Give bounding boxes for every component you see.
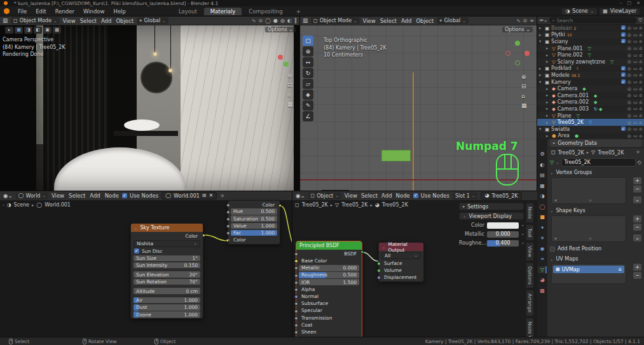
render-camera-icon[interactable]: ⌂ bbox=[619, 267, 622, 272]
properties-tab[interactable]: ◑ bbox=[538, 193, 547, 200]
hide-viewport-eye-icon[interactable]: ◎ bbox=[627, 32, 631, 37]
disable-viewport-icon[interactable]: ▭ bbox=[633, 59, 638, 64]
transform-orientation-dropdown[interactable]: ⌖Global⌄ bbox=[137, 17, 168, 24]
mode-dropdown[interactable]: ◻Object Mode⌄ bbox=[311, 17, 360, 24]
hide-viewport-eye-icon[interactable]: ◎ bbox=[627, 86, 631, 91]
sky-node-header[interactable]: ⌄Sky Texture bbox=[131, 224, 203, 232]
disable-render-icon[interactable]: ⌂ bbox=[640, 39, 642, 44]
disable-viewport-icon[interactable]: ▭ bbox=[633, 86, 638, 91]
viewport-menu-item[interactable]: View bbox=[363, 18, 376, 24]
metallic-value[interactable]: 0.000 bbox=[487, 231, 519, 238]
sidebar-tab[interactable]: Tool bbox=[526, 224, 534, 241]
disable-render-icon[interactable]: ⌂ bbox=[640, 106, 642, 111]
expand-arrow-icon[interactable]: ▸ bbox=[546, 46, 550, 51]
viewport-menu-item[interactable]: Select bbox=[80, 18, 97, 24]
disable-viewport-icon[interactable]: ▭ bbox=[633, 113, 638, 118]
hide-viewport-eye-icon[interactable]: ◎ bbox=[627, 46, 631, 51]
outliner-row[interactable]: ▾ ▣ Kamery ✓ ◎ ▭ ⌂ bbox=[537, 79, 644, 86]
viewport-menu-item[interactable]: Object bbox=[416, 18, 434, 24]
outliner-row[interactable]: ▾ ▣ Ściany ✓ ◎ ▭ ⌂ bbox=[537, 38, 644, 45]
add-rest-position-checkbox[interactable]: ✓ bbox=[550, 247, 555, 252]
node-field[interactable]: IOR1.500 bbox=[299, 279, 359, 285]
camera-view-icon[interactable]: ⌂ bbox=[287, 91, 293, 98]
viewport-menu-item[interactable]: Add bbox=[401, 18, 411, 24]
blender-menu-icon[interactable] bbox=[4, 8, 10, 14]
disable-render-icon[interactable]: ⌂ bbox=[640, 46, 642, 51]
breadcrumb-object[interactable]: Tree05_2K bbox=[558, 150, 584, 156]
vertex-group-specials-button[interactable]: ⌄ bbox=[633, 196, 641, 203]
disable-render-icon[interactable]: ⌂ bbox=[640, 86, 642, 91]
expand-arrow-icon[interactable]: ▸ bbox=[546, 86, 550, 91]
menu-item[interactable]: Render bbox=[51, 8, 79, 15]
color-input-socket[interactable]: Color bbox=[231, 237, 277, 243]
viewport-display-panel-header[interactable]: ⌄Viewport Display bbox=[459, 212, 524, 220]
shape-keys-list[interactable]: ▪≡ bbox=[551, 215, 626, 242]
node-field[interactable]: Sun Elevation20° bbox=[134, 271, 200, 278]
disable-render-icon[interactable]: ⌂ bbox=[640, 120, 642, 125]
zoom-icon[interactable]: ⊕ bbox=[287, 72, 293, 79]
collection-checkbox[interactable]: ✓ bbox=[621, 25, 626, 30]
add-uv-map-button[interactable]: + bbox=[633, 264, 641, 271]
expand-arrow-icon[interactable]: ▸ bbox=[546, 53, 550, 58]
outliner-row[interactable]: ▸ ▣ Boolean 2 ✓ ◎ ▭ ⌂ bbox=[537, 25, 644, 32]
close-icon[interactable]: ✕ bbox=[636, 1, 640, 6]
disable-viewport-icon[interactable]: ▭ bbox=[633, 126, 638, 132]
disable-viewport-icon[interactable]: ▭ bbox=[633, 100, 638, 105]
tool-button[interactable]: ↻ bbox=[303, 68, 313, 78]
tool-button[interactable]: ∠ bbox=[303, 111, 313, 121]
menu-item[interactable]: Help bbox=[109, 8, 130, 15]
menu-item[interactable]: Window bbox=[79, 8, 109, 15]
properties-tab[interactable]: ▦ bbox=[538, 182, 547, 189]
outliner-row[interactable]: ▸ ◆ Camera.001 ◆ ◎ ▭ ⌂ bbox=[537, 92, 644, 99]
disable-viewport-icon[interactable]: ▭ bbox=[633, 93, 638, 98]
sidebar-tab[interactable]: View bbox=[526, 242, 534, 261]
properties-tab[interactable]: ⚙ bbox=[538, 151, 547, 158]
disable-viewport-icon[interactable]: ▭ bbox=[633, 72, 638, 78]
toggle-icon[interactable]: ▩ bbox=[53, 27, 61, 34]
maximize-icon[interactable]: □ bbox=[627, 1, 632, 6]
node-field[interactable]: Sun Intensity0.150 bbox=[134, 262, 200, 269]
node-field[interactable]: Transmission bbox=[299, 315, 359, 321]
roughness-value[interactable]: 0.400 bbox=[487, 240, 519, 247]
collection-checkbox[interactable]: ✓ bbox=[621, 72, 626, 77]
workspace-tab[interactable]: + bbox=[290, 8, 307, 15]
grid-toggle-icon[interactable]: ▦ bbox=[287, 101, 293, 107]
xray-icon[interactable]: ‖ bbox=[294, 18, 297, 24]
disable-render-icon[interactable]: ⌂ bbox=[640, 72, 642, 78]
properties-tab[interactable]: ◉ bbox=[538, 245, 547, 252]
node-field[interactable]: Sun Size1° bbox=[134, 255, 200, 262]
bsdf-out-dot[interactable] bbox=[360, 250, 364, 254]
sidebar-tab[interactable]: Options bbox=[526, 262, 534, 288]
workspace-tab[interactable]: Layout bbox=[172, 8, 203, 15]
principled-bsdf-node[interactable]: Principled BSDF BSDF Base ColorMetallic0… bbox=[296, 241, 362, 337]
outliner-row[interactable]: ▸ ▣ Płytki 12 ✓ ◎ ▭ ⌂ bbox=[537, 32, 644, 39]
disable-render-icon[interactable]: ⌂ bbox=[640, 59, 642, 64]
node-field[interactable]: Metallic0.000 bbox=[299, 265, 359, 271]
toggle-icon[interactable]: ◨ bbox=[24, 27, 32, 34]
node-field[interactable]: Saturation0.500 bbox=[231, 215, 277, 222]
snap-icon[interactable]: ∿ bbox=[516, 18, 521, 24]
expand-arrow-icon[interactable]: ▸ bbox=[546, 100, 550, 105]
outliner-row[interactable]: ▸ ▣ Modele 56 2 ✓ ◎ ▭ ⌂ bbox=[537, 72, 644, 79]
viewport-menu-item[interactable]: Object bbox=[116, 18, 134, 24]
viewport-menu-item[interactable]: Add bbox=[101, 18, 111, 24]
sidebar-tab[interactable]: Arrange bbox=[526, 290, 534, 316]
collection-checkbox[interactable]: ✓ bbox=[621, 32, 626, 37]
wireframe-shading-icon[interactable]: ◯ bbox=[265, 18, 271, 24]
options-dropdown[interactable]: Options ⌄ bbox=[265, 27, 296, 32]
minimize-icon[interactable]: – bbox=[620, 1, 622, 6]
workspace-tab[interactable]: Materialy bbox=[204, 8, 242, 15]
overlay-grid-icon[interactable]: ▦ bbox=[15, 27, 23, 34]
expand-arrow-icon[interactable]: ▾ bbox=[539, 126, 543, 132]
expand-arrow-icon[interactable]: ▸ bbox=[546, 113, 550, 118]
properties-tab[interactable]: ∞ bbox=[538, 255, 547, 262]
outliner-search[interactable]: ⌕ bbox=[549, 17, 637, 24]
fake-user-shield-icon[interactable]: ◇ bbox=[638, 160, 641, 165]
node-field[interactable]: Value1.000 bbox=[231, 223, 277, 229]
node-field[interactable]: Fac1.000 bbox=[231, 230, 277, 236]
pin-icon[interactable]: ✧ bbox=[636, 150, 640, 155]
selected-plane-object[interactable] bbox=[381, 150, 411, 161]
hide-viewport-eye-icon[interactable]: ◎ bbox=[627, 100, 631, 105]
viewport-menu-item[interactable]: Select bbox=[380, 18, 397, 24]
disable-render-icon[interactable]: ⌂ bbox=[640, 32, 642, 37]
